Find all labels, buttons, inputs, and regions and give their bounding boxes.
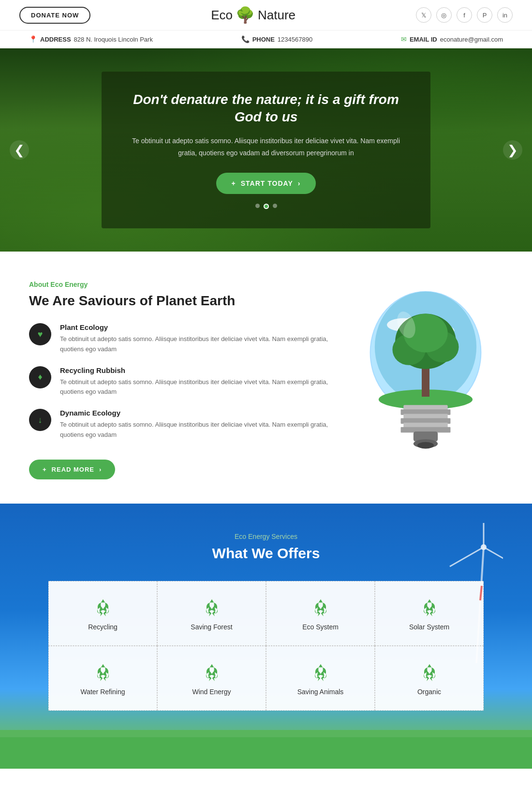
hero-cta-label: START TODAY <box>241 179 293 187</box>
svg-line-23 <box>450 547 484 566</box>
hero-description: Te obtinuit ut adepto satis somno. Aliis… <box>131 135 401 159</box>
phone-value: 1234567890 <box>278 36 312 43</box>
about-right-image <box>348 281 503 479</box>
logo-eco: Eco <box>211 8 233 23</box>
about-tag: About Eco Energy <box>29 281 329 288</box>
water-refining-icon <box>93 661 113 681</box>
hero-dot-1[interactable] <box>255 204 260 208</box>
hero-dot-3[interactable] <box>273 204 277 208</box>
location-icon: 📍 <box>29 35 37 43</box>
organic-icon <box>419 661 440 681</box>
phone-label: PHONE <box>252 36 275 43</box>
svg-point-19 <box>417 442 434 449</box>
email-info: ✉ EMAIL ID econature@gmail.com <box>401 35 503 43</box>
eco-system-icon <box>310 596 331 616</box>
services-grid: Recycling Saving Forest Eco System <box>48 581 484 711</box>
feature-recycling-rubbish: ♦ Recycling Rubbish Te obtinuit ut adept… <box>29 366 329 398</box>
hero-next-button[interactable]: ❯ <box>503 140 522 160</box>
solar-system-icon <box>419 596 440 616</box>
svg-rect-28 <box>0 730 532 737</box>
about-title: We Are Saviours of Planet Earth <box>29 293 329 309</box>
address-label: ADDRESS <box>40 36 71 43</box>
service-saving-animals[interactable]: Saving Animals <box>266 646 375 711</box>
wind-turbine-decoration <box>445 523 503 670</box>
feature-dynamic-ecology: ↓ Dynamic Ecology Te obtinuit ut adepto … <box>29 409 329 440</box>
services-tag-eco: Eco Energy <box>235 533 269 540</box>
grass-decoration <box>0 730 532 769</box>
email-value: econature@gmail.com <box>440 36 503 43</box>
service-wind-energy[interactable]: Wind Energy <box>157 646 266 711</box>
linkedin-icon[interactable]: in <box>497 7 513 23</box>
svg-line-21 <box>476 547 484 663</box>
services-title: What We Offers <box>19 545 513 562</box>
info-bar: 📍 ADDRESS 828 N. Iroquois Lincoln Park 📞… <box>0 30 532 48</box>
hero-title: Don't denature the nature; it is a gift … <box>131 91 401 126</box>
phone-icon: 📞 <box>241 35 250 43</box>
dynamic-ecology-icon: ↓ <box>29 409 51 431</box>
feature-plant-ecology-title: Plant Ecology <box>60 323 329 331</box>
hero-section: ❮ Don't denature the nature; it is a gif… <box>0 48 532 252</box>
feature-plant-ecology-content: Plant Ecology Te obtinuit ut adepto sati… <box>60 323 329 355</box>
feature-dynamic-ecology-desc: Te obtinuit ut adepto satis somno. Aliis… <box>60 420 329 440</box>
read-more-label: READ MORE <box>52 466 94 473</box>
plant-ecology-icon: ♥ <box>29 323 51 345</box>
about-tag-eco: Eco Energy <box>50 281 88 288</box>
recycling-rubbish-icon: ♦ <box>29 366 51 388</box>
about-tag-text: About <box>29 281 48 288</box>
feature-dynamic-ecology-content: Dynamic Ecology Te obtinuit ut adepto sa… <box>60 409 329 440</box>
instagram-icon[interactable]: ◎ <box>436 7 452 23</box>
top-bar: DONATE NOW Eco 🌳 Nature 𝕏 ◎ f P in <box>0 0 532 30</box>
service-eco-system[interactable]: Eco System <box>266 581 375 646</box>
service-recycling-label: Recycling <box>88 623 118 631</box>
services-tag-highlight: Services <box>271 533 297 540</box>
recycling-icon <box>93 596 113 616</box>
address-info: 📍 ADDRESS 828 N. Iroquois Lincoln Park <box>29 35 153 43</box>
bulb-illustration <box>348 281 503 479</box>
feature-recycling-rubbish-desc: Te obtinuit ut adepto satis somno. Aliis… <box>60 377 329 398</box>
pinterest-icon[interactable]: P <box>477 7 492 23</box>
phone-info: 📞 PHONE 1234567890 <box>241 35 313 43</box>
logo: Eco 🌳 Nature <box>211 6 296 24</box>
twitter-icon[interactable]: 𝕏 <box>416 7 431 23</box>
service-recycling[interactable]: Recycling <box>48 581 157 646</box>
read-more-plus-icon: + <box>43 466 47 473</box>
about-left-content: About Eco Energy We Are Saviours of Plan… <box>29 281 329 479</box>
donate-button[interactable]: DONATE NOW <box>19 7 90 24</box>
service-solar-system-label: Solar System <box>409 623 449 631</box>
read-more-arrow-icon: › <box>99 466 102 473</box>
services-tag: Eco Energy Services <box>19 533 513 540</box>
hero-dot-2[interactable] <box>264 204 269 209</box>
service-wind-energy-label: Wind Energy <box>192 688 231 696</box>
services-section: Eco Energy Services What We Offers Recyc… <box>0 504 532 769</box>
service-water-refining-label: Water Refining <box>80 688 125 696</box>
svg-line-24 <box>484 547 503 566</box>
facebook-icon[interactable]: f <box>457 7 472 23</box>
service-organic-label: Organic <box>417 688 441 696</box>
logo-tree-icon: 🌳 <box>236 6 255 24</box>
service-eco-system-label: Eco System <box>302 623 339 631</box>
feature-recycling-rubbish-content: Recycling Rubbish Te obtinuit ut adepto … <box>60 366 329 398</box>
email-label: EMAIL ID <box>410 36 437 43</box>
address-value: 828 N. Iroquois Lincoln Park <box>74 36 153 43</box>
saving-forest-icon <box>202 596 222 616</box>
hero-prev-button[interactable]: ❮ <box>10 140 29 160</box>
feature-plant-ecology: ♥ Plant Ecology Te obtinuit ut adepto sa… <box>29 323 329 355</box>
service-saving-animals-label: Saving Animals <box>297 688 344 696</box>
hero-cta-plus-icon: + <box>232 179 236 187</box>
svg-point-25 <box>481 544 487 550</box>
wind-energy-icon <box>202 661 222 681</box>
service-water-refining[interactable]: Water Refining <box>48 646 157 711</box>
logo-nature: Nature <box>258 8 296 23</box>
hero-cta-button[interactable]: + START TODAY › <box>216 173 316 194</box>
hero-content: Don't denature the nature; it is a gift … <box>102 72 430 228</box>
social-icons: 𝕏 ◎ f P in <box>416 7 513 23</box>
about-section: About Eco Energy We Are Saviours of Plan… <box>0 252 532 504</box>
hero-dots <box>131 204 401 209</box>
feature-plant-ecology-desc: Te obtinuit ut adepto satis somno. Aliis… <box>60 334 329 355</box>
service-saving-forest[interactable]: Saving Forest <box>157 581 266 646</box>
feature-dynamic-ecology-title: Dynamic Ecology <box>60 409 329 417</box>
hero-cta-arrow-icon: › <box>298 179 301 187</box>
email-icon: ✉ <box>401 35 407 43</box>
service-saving-forest-label: Saving Forest <box>191 623 232 631</box>
read-more-button[interactable]: + READ MORE › <box>29 460 115 479</box>
